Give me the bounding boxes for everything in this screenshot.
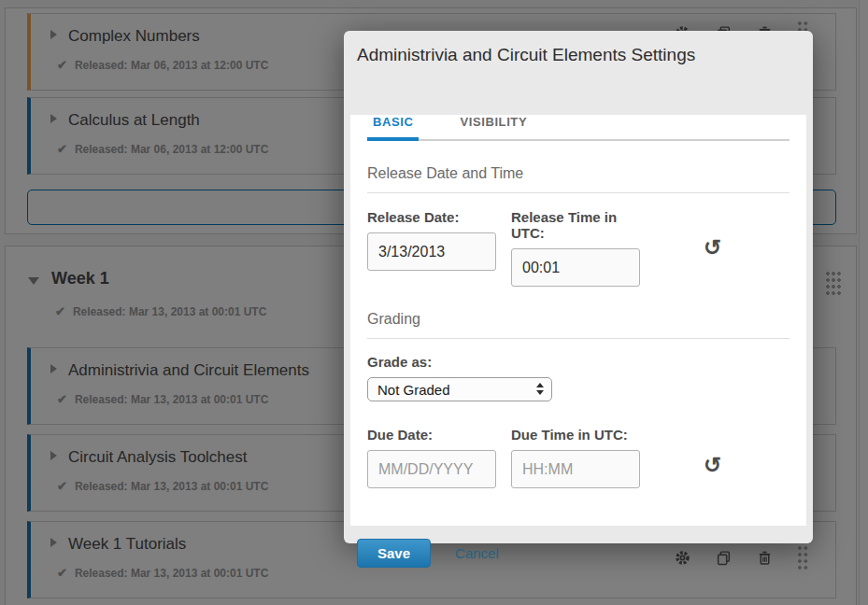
release-time-field: Release Time in UTC:: [511, 209, 640, 287]
modal-header: Administrivia and Circuit Elements Setti…: [344, 31, 813, 77]
release-date-label: Release Date:: [367, 209, 496, 225]
grade-as-value: Not Graded: [377, 382, 450, 398]
due-date-input[interactable]: [367, 450, 496, 488]
due-time-input[interactable]: [511, 450, 640, 488]
tab-visibility[interactable]: VISIBILITY: [454, 115, 533, 139]
modal-title: Administrivia and Circuit Elements Setti…: [357, 45, 695, 64]
due-time-label: Due Time in UTC:: [511, 427, 640, 443]
modal-body: BASIC VISIBILITY Release Date and Time R…: [350, 115, 806, 526]
release-time-label: Release Time in UTC:: [511, 209, 640, 241]
grade-as-select[interactable]: Not Graded: [367, 377, 552, 401]
modal-footer: Save Cancel: [344, 526, 813, 581]
modal-tabs: BASIC VISIBILITY: [367, 115, 790, 141]
reset-release-icon[interactable]: ↺: [704, 238, 721, 257]
release-time-input[interactable]: [511, 248, 640, 287]
save-button[interactable]: Save: [357, 539, 431, 568]
due-time-field: Due Time in UTC:: [511, 427, 640, 488]
select-arrows-icon: [536, 383, 544, 395]
release-date-input[interactable]: [367, 232, 496, 271]
grade-as-label: Grade as:: [367, 354, 790, 370]
subsection-settings-modal: Administrivia and Circuit Elements Setti…: [344, 31, 813, 543]
release-fields: Release Date: Release Time in UTC: ↺: [367, 209, 790, 287]
grading-section-heading: Grading: [367, 311, 790, 339]
due-date-field: Due Date:: [367, 427, 496, 488]
cancel-link[interactable]: Cancel: [455, 545, 499, 561]
release-section-heading: Release Date and Time: [367, 165, 790, 193]
tab-basic[interactable]: BASIC: [367, 115, 419, 141]
reset-due-icon[interactable]: ↺: [704, 456, 721, 474]
release-date-field: Release Date:: [367, 209, 496, 271]
due-fields: Due Date: Due Time in UTC: ↺: [367, 427, 790, 488]
due-date-label: Due Date:: [367, 427, 496, 443]
